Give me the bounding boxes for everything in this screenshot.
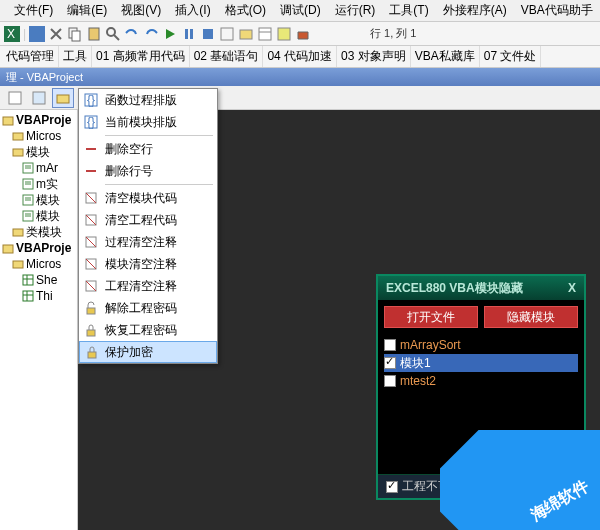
menu-run[interactable]: 运行(R) (329, 0, 382, 21)
svg-text:{}: {} (87, 115, 95, 129)
unlock-icon (83, 300, 99, 316)
menu-insert[interactable]: 插入(I) (169, 0, 216, 21)
toolbar-sep: | (23, 27, 26, 41)
object-browser-icon[interactable] (276, 26, 292, 42)
paste-icon[interactable] (86, 26, 102, 42)
menu-item[interactable]: 模块清空注释 (79, 253, 217, 275)
menu-item[interactable]: {}函数过程排版 (79, 89, 217, 111)
menu-item[interactable]: 解除工程密码 (79, 297, 217, 319)
undo-icon[interactable] (124, 26, 140, 42)
menu-bar: 文件(F) 编辑(E) 视图(V) 插入(I) 格式(O) 调试(D) 运行(R… (0, 0, 600, 22)
design-icon[interactable] (219, 26, 235, 42)
project-titlebar: 理 - VBAProject (0, 68, 600, 86)
menu-debug[interactable]: 调试(D) (274, 0, 327, 21)
tree-label: VBAProje (16, 241, 71, 255)
module-list-item[interactable]: 模块1 (384, 354, 578, 372)
svg-point-6 (107, 28, 115, 36)
menu-tools[interactable]: 工具(T) (383, 0, 434, 21)
svg-rect-16 (9, 92, 21, 104)
tree-sheet-icon (22, 290, 34, 302)
dialog-title-text: EXCEL880 VBA模块隐藏 (386, 280, 523, 297)
svg-rect-37 (23, 275, 33, 285)
hide-module-button[interactable]: 隐藏模块 (484, 306, 578, 328)
folder-toggle-button[interactable] (52, 88, 74, 108)
find-icon[interactable] (105, 26, 121, 42)
svg-rect-60 (87, 330, 95, 336)
tree-node[interactable]: VBAProje (0, 112, 77, 128)
tb2-lib[interactable]: VBA私藏库 (411, 46, 480, 67)
stop-icon[interactable] (200, 26, 216, 42)
menu-item[interactable]: {}当前模块排版 (79, 111, 217, 133)
menu-item[interactable]: 删除行号 (79, 160, 217, 182)
tree-label: 类模块 (26, 224, 62, 241)
menu-edit[interactable]: 编辑(E) (61, 0, 113, 21)
module-list-item[interactable]: mtest2 (384, 372, 578, 390)
menu-vba-helper[interactable]: VBA代码助手 (515, 0, 599, 21)
cut-icon[interactable] (48, 26, 64, 42)
tree-node[interactable]: She (0, 272, 77, 288)
tb2-03[interactable]: 03 对象声明 (337, 46, 411, 67)
menu-view[interactable]: 视图(V) (115, 0, 167, 21)
tb2-07[interactable]: 07 文件处 (480, 46, 542, 67)
view-code-button[interactable] (4, 88, 26, 108)
module-checkbox[interactable] (384, 357, 396, 369)
excel-icon[interactable]: X (4, 26, 20, 42)
tree-node[interactable]: VBAProje (0, 240, 77, 256)
menu-format[interactable]: 格式(O) (219, 0, 272, 21)
tree-mod-icon (22, 162, 34, 174)
menu-item[interactable]: 保护加密 (79, 341, 217, 363)
tree-label: VBAProje (16, 113, 71, 127)
dialog-titlebar[interactable]: EXCEL880 VBA模块隐藏 X (378, 276, 584, 300)
tree-mod-icon (22, 178, 34, 190)
project-unviewable-checkbox[interactable] (386, 481, 398, 493)
tree-node[interactable]: 模块 (0, 144, 77, 160)
svg-line-56 (86, 259, 96, 269)
tree-node[interactable]: m实 (0, 176, 77, 192)
menu-item[interactable]: 清空工程代码 (79, 209, 217, 231)
tree-node[interactable]: mAr (0, 160, 77, 176)
tree-label: Thi (36, 289, 53, 303)
project-icon[interactable] (238, 26, 254, 42)
menu-item[interactable]: 恢复工程密码 (79, 319, 217, 341)
svg-rect-9 (190, 29, 193, 39)
tb2-manage[interactable]: 代码管理 (2, 46, 59, 67)
properties-icon[interactable] (257, 26, 273, 42)
redo-icon[interactable] (143, 26, 159, 42)
open-file-button[interactable]: 打开文件 (384, 306, 478, 328)
tree-node[interactable]: Micros (0, 256, 77, 272)
tb2-02[interactable]: 02 基础语句 (190, 46, 264, 67)
project-tree[interactable]: VBAProjeMicros模块mArm实模块模块类模块VBAProjeMicr… (0, 110, 78, 530)
module-checkbox[interactable] (384, 339, 396, 351)
menu-item[interactable]: 删除空行 (79, 138, 217, 160)
svg-rect-17 (33, 92, 45, 104)
module-checkbox[interactable] (384, 375, 396, 387)
tree-node[interactable]: Thi (0, 288, 77, 304)
menu-item-label: 模块清空注释 (105, 256, 177, 273)
menu-addins[interactable]: 外接程序(A) (437, 0, 513, 21)
tree-node[interactable]: 类模块 (0, 224, 77, 240)
svg-rect-59 (87, 308, 95, 314)
dialog-close-button[interactable]: X (568, 281, 576, 295)
pause-icon[interactable] (181, 26, 197, 42)
tree-label: 模块 (36, 192, 60, 209)
tree-proj-icon (2, 242, 14, 254)
menu-item[interactable]: 过程清空注释 (79, 231, 217, 253)
tb2-01[interactable]: 01 高频常用代码 (92, 46, 190, 67)
view-object-button[interactable] (28, 88, 50, 108)
save-icon[interactable] (29, 26, 45, 42)
tree-node[interactable]: 模块 (0, 192, 77, 208)
menu-item[interactable]: 工程清空注释 (79, 275, 217, 297)
copy-icon[interactable] (67, 26, 83, 42)
menu-item-label: 删除空行 (105, 141, 153, 158)
del-icon (83, 163, 99, 179)
menu-item-label: 清空模块代码 (105, 190, 177, 207)
tree-node[interactable]: Micros (0, 128, 77, 144)
menu-item[interactable]: 清空模块代码 (79, 187, 217, 209)
tb2-04[interactable]: 04 代码加速 (263, 46, 337, 67)
tree-node[interactable]: 模块 (0, 208, 77, 224)
run-icon[interactable] (162, 26, 178, 42)
toolbox-icon[interactable] (295, 26, 311, 42)
menu-file[interactable]: 文件(F) (8, 0, 59, 21)
module-list-item[interactable]: mArraySort (384, 336, 578, 354)
tb2-tools[interactable]: 工具 (59, 46, 92, 67)
